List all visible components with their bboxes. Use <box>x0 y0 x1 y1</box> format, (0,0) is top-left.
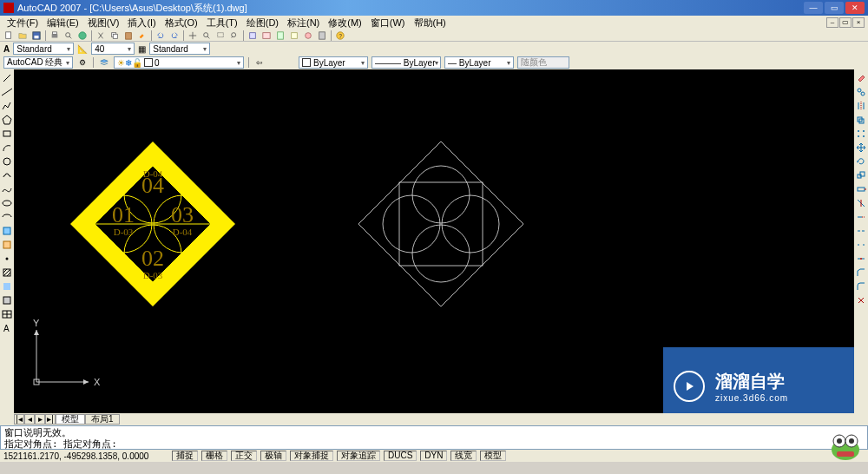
sheet-set-icon[interactable] <box>288 30 300 41</box>
circle-icon[interactable] <box>1 155 13 168</box>
layer-combo[interactable]: ☀❄🔓 0▾ <box>114 56 244 69</box>
tool-palette-icon[interactable] <box>274 30 286 41</box>
mtext-icon[interactable]: A <box>1 322 13 334</box>
copy-icon[interactable] <box>108 30 121 41</box>
dim-combo[interactable]: 40▾ <box>91 43 135 55</box>
ellipse-arc-icon[interactable] <box>1 211 13 223</box>
textstyle-combo[interactable]: Standard▾ <box>13 43 74 55</box>
join-icon[interactable] <box>855 253 867 265</box>
mirror-icon[interactable] <box>855 100 867 112</box>
region-icon[interactable] <box>1 294 13 306</box>
zoom-icon[interactable] <box>201 30 213 41</box>
redo-icon[interactable] <box>168 30 181 41</box>
tablestyle-icon[interactable]: ▦ <box>138 44 146 54</box>
save-icon[interactable] <box>30 30 43 41</box>
menu-draw[interactable]: 绘图(D) <box>243 16 282 30</box>
explode-icon[interactable] <box>855 294 867 306</box>
color-combo[interactable]: ByLayer▾ <box>299 56 368 69</box>
help-icon[interactable]: ? <box>334 30 346 41</box>
mode-snap[interactable]: 捕捉 <box>172 451 198 461</box>
menu-tools[interactable]: 工具(T) <box>203 16 241 30</box>
break-icon[interactable] <box>855 239 867 251</box>
doc-restore-button[interactable]: ▭ <box>839 17 852 28</box>
zoom-prev-icon[interactable] <box>228 30 240 41</box>
menu-help[interactable]: 帮助(H) <box>411 16 450 30</box>
dimstyle-combo[interactable]: Standard▾ <box>149 43 210 55</box>
spline-icon[interactable] <box>1 183 13 195</box>
ellipse-icon[interactable] <box>1 197 13 209</box>
move-icon[interactable] <box>855 142 867 154</box>
open-icon[interactable] <box>16 30 29 41</box>
tab-last-button[interactable]: ▸| <box>45 414 56 425</box>
tab-layout1[interactable]: 布局1 <box>85 414 120 425</box>
mode-model[interactable]: 模型 <box>480 451 506 461</box>
print-icon[interactable] <box>49 30 61 41</box>
mode-lwt[interactable]: 线宽 <box>450 451 477 461</box>
xline-icon[interactable] <box>1 86 13 98</box>
stretch-icon[interactable] <box>855 183 867 195</box>
textstyle-icon[interactable]: A <box>3 44 10 54</box>
mode-dyn[interactable]: DYN <box>420 451 447 461</box>
doc-close-button[interactable]: × <box>852 17 865 28</box>
scale-icon[interactable] <box>855 169 867 181</box>
layer-prev-icon[interactable]: ⇦ <box>253 57 266 68</box>
menu-dimension[interactable]: 标注(N) <box>284 16 323 30</box>
pan-icon[interactable] <box>187 30 199 41</box>
offset-icon[interactable] <box>855 114 867 126</box>
break-point-icon[interactable] <box>855 225 867 237</box>
mode-grid[interactable]: 栅格 <box>201 451 227 461</box>
line-icon[interactable] <box>1 72 13 84</box>
tab-first-button[interactable]: |◂ <box>14 414 24 425</box>
design-center-icon[interactable] <box>260 30 273 41</box>
make-block-icon[interactable] <box>1 239 13 251</box>
copy-obj-icon[interactable] <box>855 86 867 98</box>
tab-model[interactable]: 模型 <box>56 414 85 425</box>
properties-icon[interactable] <box>247 30 259 41</box>
match-icon[interactable] <box>136 30 148 41</box>
calc-icon[interactable] <box>316 30 328 41</box>
menu-insert[interactable]: 插入(I) <box>124 16 159 30</box>
preview-icon[interactable] <box>62 30 75 41</box>
undo-icon[interactable] <box>155 30 167 41</box>
rotate-icon[interactable] <box>855 155 867 168</box>
chamfer-icon[interactable] <box>855 267 867 279</box>
array-icon[interactable] <box>855 128 867 140</box>
mode-ducs[interactable]: DUCS <box>384 451 417 461</box>
point-icon[interactable] <box>1 253 13 265</box>
lineweight-combo[interactable]: — ByLayer▾ <box>444 56 514 69</box>
gradient-icon[interactable] <box>1 280 13 293</box>
mode-polar[interactable]: 极轴 <box>260 451 286 461</box>
linetype-combo[interactable]: ——— ByLayer▾ <box>372 56 441 69</box>
pline-icon[interactable] <box>1 100 13 112</box>
menu-modify[interactable]: 修改(M) <box>325 16 365 30</box>
doc-minimize-button[interactable]: – <box>826 17 838 28</box>
mode-ortho[interactable]: 正交 <box>231 451 257 461</box>
menu-file[interactable]: 文件(F) <box>3 16 42 30</box>
polygon-icon[interactable] <box>1 114 13 126</box>
tab-next-button[interactable]: ▸ <box>35 414 45 425</box>
zoom-window-icon[interactable] <box>214 30 227 41</box>
paste-icon[interactable] <box>122 30 135 41</box>
mode-osnap[interactable]: 对象捕捉 <box>290 451 333 461</box>
table-icon[interactable] <box>1 308 13 320</box>
mode-otrack[interactable]: 对象追踪 <box>337 451 380 461</box>
revcloud-icon[interactable] <box>1 169 13 181</box>
maximize-button[interactable]: ▭ <box>825 2 844 14</box>
dimstyle-icon[interactable]: 📐 <box>77 44 88 54</box>
workspace-combo[interactable]: AutoCAD 经典▾ <box>3 56 73 69</box>
erase-icon[interactable] <box>855 72 867 84</box>
menu-format[interactable]: 格式(O) <box>161 16 201 30</box>
hatch-icon[interactable] <box>1 267 13 279</box>
drawing-canvas[interactable]: 01 04 03 02 D-04 D-03 D-04 D-03 <box>14 69 854 425</box>
menu-edit[interactable]: 编辑(E) <box>43 16 82 30</box>
minimize-button[interactable]: — <box>804 2 823 14</box>
command-line[interactable]: 窗口说明无效。 指定对角点: 指定对角点: <box>0 425 868 450</box>
menu-view[interactable]: 视图(V) <box>84 16 123 30</box>
close-button[interactable]: ✕ <box>845 2 865 14</box>
cut-icon[interactable] <box>95 30 107 41</box>
publish-icon[interactable] <box>76 30 89 41</box>
insert-block-icon[interactable] <box>1 225 13 237</box>
layer-manager-icon[interactable] <box>98 57 110 68</box>
rectangle-icon[interactable] <box>1 128 13 140</box>
menu-window[interactable]: 窗口(W) <box>367 16 409 30</box>
